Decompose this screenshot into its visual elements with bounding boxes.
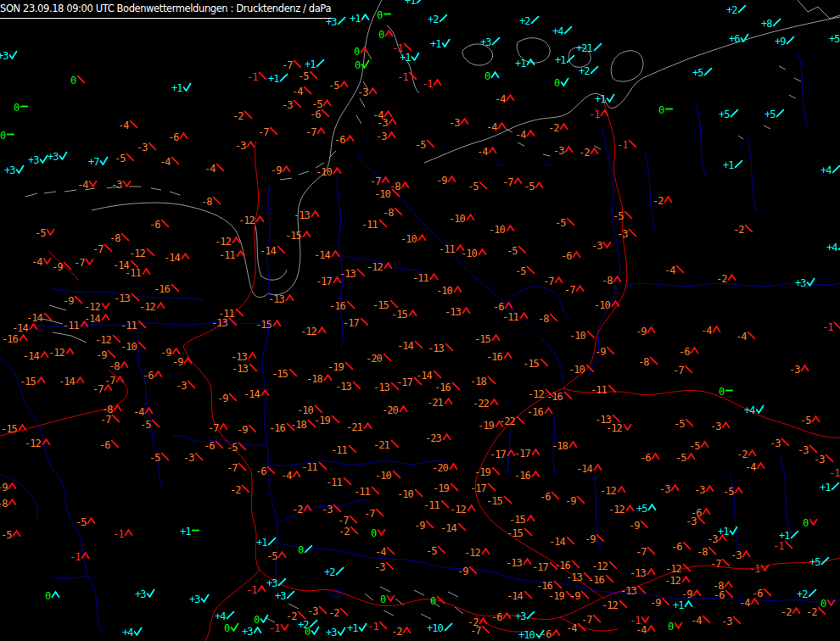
station-report: -9 (585, 534, 605, 544)
pressure-tendency-value: -7 (227, 463, 237, 473)
station-report: -14 (244, 389, 270, 399)
peak-tendency-icon (478, 248, 487, 257)
fall-tendency-icon (566, 217, 575, 226)
station-report: +5 (809, 557, 830, 567)
peak-tendency-icon (19, 333, 28, 343)
station-report: -1 (422, 79, 442, 89)
station-report: -5 (140, 420, 160, 430)
station-report: -17 (470, 483, 496, 493)
fall-tendency-icon (586, 330, 596, 339)
station-report: -1 (829, 468, 840, 478)
station-report: -3 (377, 118, 397, 128)
station-report: -10 (569, 331, 596, 341)
pressure-tendency-value: -5 (266, 551, 277, 561)
pressure-tendency-value: -14 (549, 537, 565, 547)
pressure-tendency-value: -11 (125, 268, 141, 278)
station-report: -7 (227, 463, 247, 473)
fall-tendency-icon (241, 484, 250, 493)
pressure-tendency-value: -2 (391, 627, 401, 637)
station-report: -2 (806, 607, 826, 617)
station-report: -21 (427, 398, 453, 408)
peak-tendency-icon (400, 181, 410, 190)
fall-tendency-icon (596, 533, 605, 543)
peak-tendency-icon (232, 236, 241, 245)
station-report: -7 (364, 509, 384, 519)
peak-tendency-icon (748, 449, 757, 458)
fall-tendency-icon (619, 599, 628, 609)
station-report: 0 (371, 528, 386, 538)
station-report: -3 (814, 454, 834, 465)
fall-tendency-icon (389, 299, 399, 309)
fall-tendency-icon (248, 424, 257, 433)
check-tendency-icon (806, 277, 815, 287)
pressure-tendency-value: -5 (515, 266, 525, 276)
pressure-tendency-value: -1 (70, 552, 80, 562)
peak-tendency-icon (323, 373, 333, 382)
pressure-tendency-value: +7 (88, 157, 98, 167)
station-report: -15 (507, 528, 533, 538)
pressure-tendency-value: -8 (109, 233, 120, 243)
pressure-tendency-value: -3 (235, 141, 245, 151)
pressure-tendency-value: -7 (208, 423, 218, 433)
rise-tendency-icon (730, 109, 739, 118)
station-report: -18 (306, 374, 333, 384)
pressure-tendency-value: -12 (238, 215, 255, 226)
pressure-tendency-value: -17 (532, 562, 548, 572)
fall-tendency-icon (258, 71, 267, 81)
station-report: -6 (255, 466, 276, 477)
check-tendency-icon (133, 627, 143, 636)
peak-tendency-icon (718, 533, 727, 543)
peak-tendency-icon (402, 626, 412, 635)
pressure-tendency-value: 0 (14, 103, 19, 113)
pressure-tendency-value: -2 (232, 111, 243, 121)
pressure-tendency-value: -15 (372, 300, 389, 310)
peak-tendency-icon (444, 397, 453, 406)
station-report: -15 (486, 496, 512, 506)
station-report: +5 (829, 34, 840, 44)
peak-tendency-icon (345, 134, 355, 143)
station-report: -18 (552, 441, 578, 451)
fall-tendency-icon (445, 343, 454, 352)
pressure-tendency-value: 0 (378, 30, 384, 40)
pressure-tendency-value: -19 (433, 483, 449, 493)
station-report: -10 (316, 167, 342, 177)
station-report: -4 (292, 86, 312, 97)
rise-tendency-icon (790, 530, 799, 539)
pressure-tendency-value: 0 (554, 78, 559, 88)
station-report: -5 (675, 453, 696, 463)
pressure-tendency-value: -4 (745, 462, 755, 472)
station-report: -11 (63, 320, 89, 331)
station-report: -4 (477, 147, 497, 157)
station-report: +2 (519, 16, 540, 26)
station-report: 0 (14, 103, 29, 113)
pressure-tendency-value: -3 (770, 438, 780, 449)
fall-tendency-icon (348, 444, 357, 454)
rise-tendency-icon (416, 0, 425, 4)
fall-tendency-icon (414, 488, 423, 498)
valley-tendency-icon (46, 227, 55, 237)
peak-tendency-icon (311, 209, 320, 219)
fall-tendency-icon (43, 312, 53, 321)
station-report: -5 (674, 419, 694, 429)
fall-tendency-icon (732, 616, 742, 625)
station-report: -15 (474, 334, 501, 344)
fall-tendency-icon (126, 153, 135, 162)
fall-tendency-icon (524, 527, 533, 537)
pressure-tendency-value: -10 (461, 248, 477, 259)
station-report: +6 (729, 34, 749, 44)
pressure-tendency-value: -15 (474, 334, 490, 344)
peak-tendency-icon (792, 606, 801, 616)
valley-tendency-icon (602, 240, 612, 249)
peak-tendency-icon (497, 121, 507, 131)
valley-tendency-icon (85, 257, 94, 266)
pressure-tendency-value: -1 (246, 585, 256, 595)
fall-tendency-icon (425, 520, 434, 529)
peak-tendency-icon (575, 284, 585, 293)
station-report: -5 (689, 441, 709, 451)
fall-tendency-icon (215, 440, 224, 449)
fall-tendency-icon (487, 482, 496, 492)
station-report: -7 (305, 127, 326, 137)
station-report: 0 (298, 545, 313, 555)
fall-tendency-icon (194, 452, 204, 461)
peak-tendency-icon (705, 484, 714, 493)
